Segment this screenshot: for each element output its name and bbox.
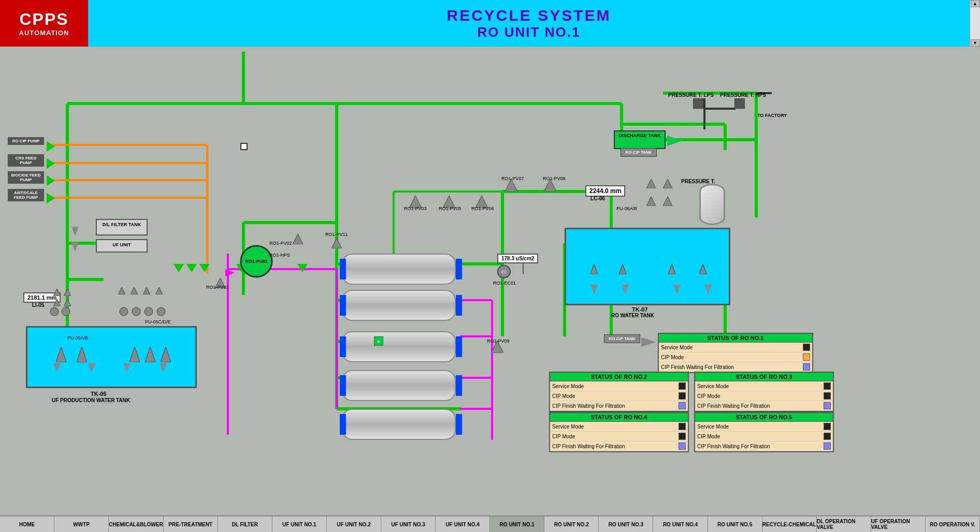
uf-unit[interactable]: UF UNIT — [96, 239, 148, 253]
flow-arrow-5 — [297, 264, 308, 272]
pump-pu05e-symbol[interactable] — [161, 347, 171, 362]
ro1-pv08-valve[interactable] — [544, 179, 556, 194]
ro1-pv11-valve[interactable] — [332, 238, 342, 250]
to-factory-label: TO FACTORY — [757, 113, 787, 118]
nav-item-uf-unit-no-4[interactable]: UF UNIT NO.4 — [436, 516, 490, 532]
pump-biocide[interactable]: BIOCIDE FEED PUMP — [8, 171, 44, 184]
svg-point-93 — [145, 307, 153, 316]
pipe-junction-top — [240, 143, 248, 150]
tk07-drain-arrow-1 — [590, 285, 598, 296]
pump-circle-1[interactable] — [50, 307, 59, 318]
ro1-pv01-label: RO1-PV01 — [206, 285, 229, 290]
nav-item-ro-unit-no-3[interactable]: RO UNIT NO.3 — [599, 516, 653, 532]
svg-marker-49 — [77, 347, 87, 362]
valve-pu05c-2[interactable] — [131, 287, 138, 297]
status-ro4-row1: Service Mode — [550, 422, 688, 432]
pump-pu05d-symbol[interactable] — [145, 347, 155, 362]
ro-cip-tank-bottom[interactable]: RO CIP TANK — [604, 334, 640, 343]
nav-item-uf-unit-no-1[interactable]: UF UNIT NO.1 — [272, 516, 327, 532]
pump-circle-3[interactable] — [119, 307, 128, 318]
valve-pu05c-3[interactable] — [143, 287, 150, 297]
ro1-pu01-pump[interactable]: RO1-PU01 — [238, 243, 275, 279]
pump-pu05ab-symbol[interactable] — [56, 347, 66, 362]
svg-marker-96 — [88, 363, 95, 373]
status-ro2-row1: Service Mode — [550, 381, 688, 391]
status-ro5-row3: CIP Finish Waiting For Filtration — [695, 441, 833, 451]
ro1-pv06-label: RO1-PV06 — [471, 206, 494, 211]
nav-item-home[interactable]: HOME — [0, 516, 54, 532]
tk05-tank — [26, 326, 197, 388]
status-ro1: STATUS OF RO NO.1 Service Mode CIP Mode … — [658, 333, 813, 373]
ro1-pv02-valve[interactable] — [293, 234, 303, 246]
svg-rect-75 — [734, 98, 745, 109]
status-ro5-row1: Service Mode — [695, 422, 833, 432]
pump-circle-5[interactable] — [144, 307, 153, 318]
pressure-hps-symbol[interactable] — [734, 98, 745, 109]
nav-item-ro-unit-no-5[interactable]: RO UNIT NO.5 — [708, 516, 762, 532]
nav-item-chemical-blower[interactable]: CHEMICAL&BLOWER — [109, 516, 163, 532]
tk07-pump4[interactable] — [699, 264, 707, 274]
pressure-vessel-right — [699, 184, 725, 225]
nav-item-recycle-chemical[interactable]: RECYCLE-CHEMICAL — [762, 516, 817, 532]
status-ro1-ind1 — [803, 344, 810, 351]
pump-circle-4[interactable] — [132, 307, 141, 318]
nav-item-pre-treatment[interactable]: PRE-TREATMENT — [164, 516, 218, 532]
nav-item-dl-filter[interactable]: DL FILTER — [218, 516, 272, 532]
svg-marker-79 — [663, 197, 672, 206]
membrane-pump-symbol[interactable]: ▶ — [374, 336, 383, 346]
valve-upper-right-1[interactable] — [646, 179, 656, 190]
nav-item-ro-unit-no-1[interactable]: RO UNIT NO.1 — [490, 516, 544, 532]
tk07-id: TK-07 — [632, 306, 648, 313]
nav-item-ro-operation-v-[interactable]: RO OPERATION V. — [926, 516, 980, 532]
vessel-5a — [342, 409, 456, 440]
valve-left-1[interactable] — [53, 289, 61, 298]
scroll-up[interactable]: ▲ — [971, 0, 980, 7]
status-ro4-ind2 — [679, 433, 686, 440]
pump-antiscale[interactable]: ANTISCALE FEED PUMP — [8, 189, 44, 201]
pump-crs-feed[interactable]: CRS FEED PUMP — [8, 154, 44, 167]
status-ro3-title: STATUS OF RO NO.3 — [695, 373, 833, 381]
ro1-ec01-symbol[interactable]: EC — [496, 264, 512, 279]
svg-marker-98 — [160, 363, 167, 373]
svg-marker-82 — [64, 289, 71, 296]
tk07-pump1[interactable] — [590, 264, 598, 274]
tk07-pump2[interactable] — [619, 264, 626, 274]
valve-upper-right-2[interactable] — [663, 179, 672, 190]
vessel-1a — [342, 254, 456, 285]
nav-item-uf-unit-no-2[interactable]: UF UNIT NO.2 — [327, 516, 381, 532]
ro1-pv07-valve[interactable] — [505, 179, 517, 194]
pump-pu05c-symbol[interactable] — [129, 347, 140, 362]
valve-upper-right-3[interactable] — [646, 197, 656, 208]
nav-item-ro-unit-no-2[interactable]: RO UNIT NO.2 — [544, 516, 599, 532]
pump-ro-cip[interactable]: RO CIP PUMP — [8, 137, 44, 145]
tk07-pump3[interactable] — [668, 264, 675, 274]
scrollbar[interactable]: ▲ ▼ — [970, 0, 980, 47]
nav-item-uf-unit-no-3[interactable]: UF UNIT NO.3 — [381, 516, 436, 532]
nav-item-uf-operation-valve[interactable]: UF OPERATION VALVE — [871, 516, 926, 532]
logo: CPPS AUTOMATION — [0, 0, 88, 47]
valve-pu05c-4[interactable] — [155, 287, 163, 297]
pressure-t-lps-label: PRESSURE T. LPS — [668, 92, 714, 98]
green-arrow-left-1 — [71, 227, 79, 238]
nav-item-wwtp[interactable]: WWTP — [54, 516, 109, 532]
pump-circle-6[interactable] — [156, 307, 166, 318]
status-ro5: STATUS OF RO NO.5 Service Mode CIP Mode … — [694, 412, 834, 452]
svg-marker-52 — [161, 347, 171, 362]
valve-upper-right-4[interactable] — [663, 197, 672, 208]
discharge-tank[interactable]: DISCHARGE TANK — [614, 130, 666, 149]
pump-pu05ab2-symbol[interactable] — [77, 347, 87, 362]
valve-left-2[interactable] — [64, 289, 71, 298]
ro-cip-tank-top[interactable]: RO CIP TANK — [621, 148, 657, 157]
nav-item-dl-operation-valve[interactable]: DL OPERATION VALVE — [817, 516, 871, 532]
svg-marker-95 — [53, 363, 61, 373]
vessel-4a — [342, 370, 456, 401]
drain-arrow-4 — [160, 363, 167, 375]
pressure-lps-symbol[interactable] — [693, 98, 703, 109]
vessel-1a-cap-right — [456, 259, 462, 279]
valve-pu05c-1[interactable] — [118, 287, 125, 297]
pump-circle-2[interactable] — [61, 307, 70, 318]
dl-filter-tank[interactable]: D/L FILTER TANK — [96, 219, 148, 235]
scroll-down[interactable]: ▼ — [971, 39, 980, 47]
nav-item-ro-unit-no-4[interactable]: RO UNIT NO.4 — [653, 516, 708, 532]
status-ro5-ind3 — [824, 442, 831, 450]
